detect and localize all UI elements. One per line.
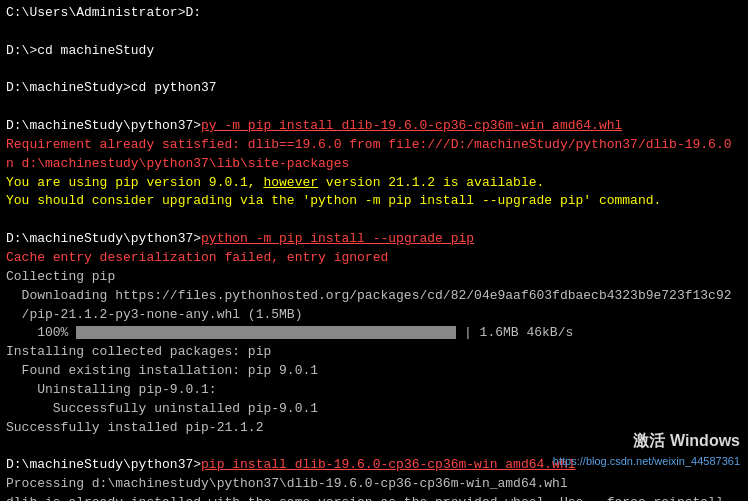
prompt-3: D:\machineStudy\python37>	[6, 457, 201, 472]
line-blank-3	[6, 98, 742, 117]
watermark-url: https://blog.csdn.net/weixin_44587361	[553, 453, 740, 470]
line-6: n d:\machinestudy\python37\lib\site-pack…	[6, 155, 742, 174]
line-10: Cache entry deserialization failed, entr…	[6, 249, 742, 268]
line-17: Successfully uninstalled pip-9.0.1	[6, 400, 742, 419]
line-16: Uninstalling pip-9.0.1:	[6, 381, 742, 400]
line-12: Downloading https://files.pythonhosted.o…	[6, 287, 742, 306]
line-blank-4	[6, 211, 742, 230]
line-3: D:\machineStudy>cd python37	[6, 79, 742, 98]
line-5: Requirement already satisfied: dlib==19.…	[6, 136, 742, 155]
line-9: D:\machineStudy\python37>python -m pip i…	[6, 230, 742, 249]
prompt-2: D:\machineStudy\python37>	[6, 231, 201, 246]
line-8: You should consider upgrading via the 'p…	[6, 192, 742, 211]
line-4: D:\machineStudy\python37>py -m pip insta…	[6, 117, 742, 136]
line-7: You are using pip version 9.0.1, however…	[6, 174, 742, 193]
line-15: Found existing installation: pip 9.0.1	[6, 362, 742, 381]
cmd-1: py -m pip install dlib-19.6.0-cp36-cp36m…	[201, 118, 622, 133]
prompt-1: D:\machineStudy\python37>	[6, 118, 201, 133]
line-20: Processing d:\machinestudy\python37\dlib…	[6, 475, 742, 494]
progress-line: 100% | 1.6MB 46kB/s	[6, 324, 742, 343]
watermark-title: 激活 Windows	[553, 429, 740, 453]
line-blank-2	[6, 61, 742, 80]
terminal: C:\Users\Administrator>D: D:\>cd machine…	[0, 0, 748, 501]
line-14: Installing collected packages: pip	[6, 343, 742, 362]
line-11: Collecting pip	[6, 268, 742, 287]
line-1: C:\Users\Administrator>D:	[6, 4, 742, 23]
line-2: D:\>cd machineStudy	[6, 42, 742, 61]
cmd-2: python -m pip install --upgrade pip	[201, 231, 474, 246]
line-13: /pip-21.1.2-py3-none-any.whl (1.5MB)	[6, 306, 742, 325]
cmd-3: pip install dlib-19.6.0-cp36-cp36m-win_a…	[201, 457, 575, 472]
line-21: dlib is already installed with the same …	[6, 494, 742, 501]
watermark: 激活 Windows https://blog.csdn.net/weixin_…	[553, 429, 740, 470]
line-blank-1	[6, 23, 742, 42]
